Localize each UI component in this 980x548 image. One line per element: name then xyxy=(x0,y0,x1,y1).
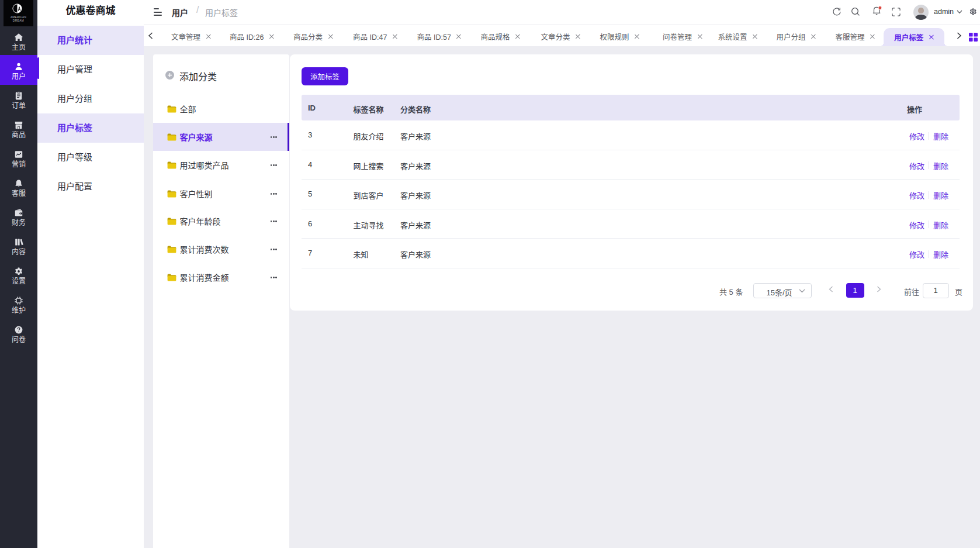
svg-text:AMERICAN: AMERICAN xyxy=(11,16,26,19)
svg-text:DREAM: DREAM xyxy=(13,19,24,22)
